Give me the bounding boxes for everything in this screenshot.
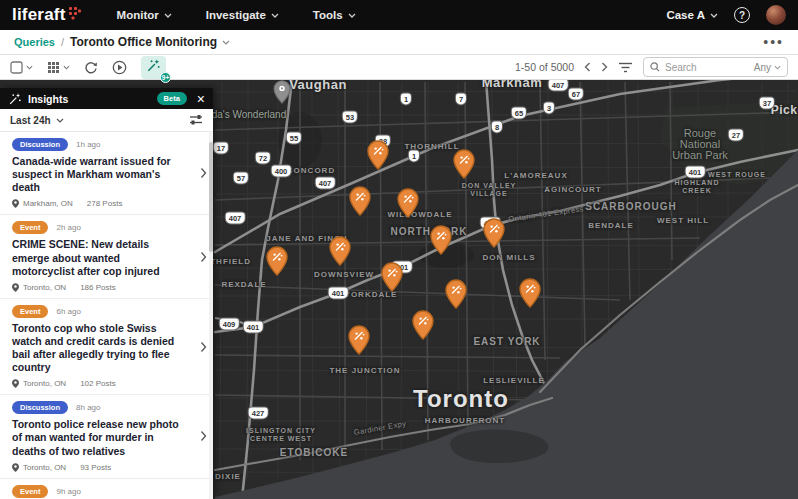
location-pin-icon [12, 379, 19, 388]
more-options-icon[interactable]: ••• [763, 38, 784, 46]
layout-grid-button[interactable] [47, 61, 70, 74]
user-avatar[interactable] [766, 5, 786, 25]
help-icon[interactable]: ? [734, 7, 750, 23]
insight-map-pin[interactable] [349, 186, 371, 216]
breadcrumb-queries-link[interactable]: Queries [14, 36, 55, 48]
search-scope-dropdown[interactable]: Any [754, 62, 781, 73]
highway-shield: 72 [256, 153, 270, 164]
highway-shield: 407 [549, 80, 568, 91]
filter-icon[interactable] [618, 62, 633, 73]
chevron-right-icon[interactable] [200, 251, 207, 262]
menu-tools[interactable]: Tools [313, 9, 356, 21]
highway-shield: 27 [729, 130, 743, 141]
navbar-right: Case A ? [666, 5, 786, 25]
insight-map-pin[interactable] [348, 325, 370, 355]
card-meta: Toronto, ON 93 Posts [12, 463, 199, 472]
menu-investigate[interactable]: Investigate [206, 9, 279, 21]
insights-header: Insights Beta × [0, 88, 213, 109]
search-input[interactable] [665, 62, 735, 73]
highway-shield: 65 [512, 108, 526, 119]
menu-monitor[interactable]: Monitor [117, 9, 172, 21]
breadcrumb-current[interactable]: Toronto Office Monitoring [70, 35, 230, 49]
insight-card[interactable]: Discussion 8h ago Toronto police release… [0, 395, 213, 478]
card-title: Toronto police release new photo of man … [12, 418, 182, 457]
chevron-right-icon[interactable] [200, 168, 207, 179]
close-icon[interactable]: × [197, 93, 205, 105]
magic-wand-icon [146, 58, 161, 73]
insight-map-pin[interactable] [367, 140, 389, 170]
poi-pin [273, 80, 291, 104]
category-badge: Event [12, 305, 48, 318]
category-badge: Discussion [12, 138, 68, 151]
case-selector[interactable]: Case A [666, 9, 718, 21]
search-box: Any [643, 57, 788, 77]
insight-map-pin[interactable] [453, 149, 475, 179]
insights-settings-icon[interactable] [189, 114, 203, 126]
insight-map-pin[interactable] [430, 225, 452, 255]
top-navbar: liferaft Monitor Investigate Tools [0, 0, 798, 30]
liferaft-logo[interactable]: liferaft [12, 5, 81, 25]
card-timestamp: 9h ago [56, 487, 80, 496]
insight-card[interactable]: Event 9h ago Whooping cough cases more t… [0, 479, 213, 499]
beta-badge: Beta [157, 92, 187, 105]
results-toolbar: 9+ 1-50 of 5000 Any [0, 55, 798, 80]
insight-map-pin[interactable] [412, 310, 434, 340]
chevron-down-icon [271, 13, 279, 18]
highway-shield: 55 [287, 133, 301, 144]
insights-wand-button[interactable]: 9+ [141, 56, 166, 79]
card-meta: Markham, ON 278 Posts [12, 199, 199, 208]
card-timestamp: 1h ago [76, 140, 100, 149]
help-label: ? [739, 10, 745, 21]
insights-count-badge: 9+ [160, 72, 171, 83]
insight-card[interactable]: Discussion 1h ago Canada-wide warrant is… [0, 132, 213, 215]
card-location: Markham, ON [23, 199, 73, 208]
magic-wand-icon [8, 92, 22, 106]
scrollbar-thumb[interactable] [209, 142, 213, 252]
chevron-down-icon [56, 118, 64, 123]
card-meta: Toronto, ON 102 Posts [12, 379, 199, 388]
chevron-down-icon [26, 65, 33, 70]
card-meta: Toronto, ON 186 Posts [12, 283, 199, 292]
highway-shield: 401 [329, 288, 348, 299]
highway-shield: 7 [456, 94, 466, 105]
insight-map-pin[interactable] [266, 246, 288, 276]
play-button[interactable] [112, 60, 127, 75]
insight-map-pin[interactable] [445, 279, 467, 309]
time-range-value: Last 24h [10, 115, 51, 126]
highway-shield: 3 [544, 103, 554, 114]
chevron-down-icon [63, 65, 70, 70]
insight-map-pin[interactable] [519, 278, 541, 308]
refresh-icon[interactable] [84, 60, 98, 74]
card-timestamp: 8h ago [76, 403, 100, 412]
select-all-checkbox[interactable] [10, 61, 33, 74]
insight-card[interactable]: Event 2h ago CRIME SCENE: New details em… [0, 215, 213, 298]
time-range-dropdown[interactable]: Last 24h [10, 115, 64, 126]
highway-shield: 409 [220, 319, 239, 330]
insight-map-pin[interactable] [483, 218, 505, 248]
card-post-count: 278 Posts [87, 199, 123, 208]
insights-panel: Insights Beta × Last 24h Discussion 1h a… [0, 88, 213, 499]
chevron-down-icon [774, 65, 781, 70]
highway-shield: 37 [760, 98, 774, 109]
search-scope-value: Any [754, 62, 771, 73]
prev-page-button[interactable] [584, 62, 591, 72]
chevron-right-icon[interactable] [200, 431, 207, 442]
search-icon [650, 62, 660, 72]
panel-scrollbar[interactable] [209, 132, 213, 499]
insight-map-pin[interactable] [397, 188, 419, 218]
highway-shield: 401 [244, 322, 263, 333]
insight-card[interactable]: Event 6h ago Toronto cop who stole Swiss… [0, 299, 213, 396]
insight-map-pin[interactable] [329, 236, 351, 266]
highway-shield: 401 [686, 167, 705, 178]
card-title: Toronto cop who stole Swiss watch and cr… [12, 322, 182, 375]
category-badge: Discussion [12, 401, 68, 414]
insight-map-pin[interactable] [381, 262, 403, 292]
chevron-right-icon[interactable] [200, 341, 207, 352]
breadcrumb-separator: / [61, 36, 64, 48]
liferaft-app: VaughanMarkhamPickeringTorontoCanada's W… [0, 0, 798, 499]
breadcrumb-bar: Queries / Toronto Office Monitoring ••• [0, 30, 798, 55]
menu-investigate-label: Investigate [206, 9, 266, 21]
next-page-button[interactable] [601, 62, 608, 72]
highway-shield: 407 [316, 178, 335, 189]
card-post-count: 93 Posts [80, 463, 111, 472]
